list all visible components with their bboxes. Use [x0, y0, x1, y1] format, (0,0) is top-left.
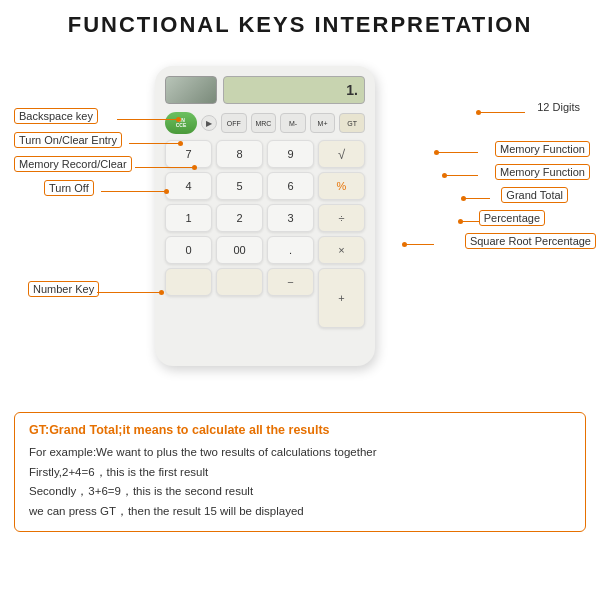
btn-0[interactable]: 0 — [165, 236, 212, 264]
function-button-row: ON CCE ▶ OFF MRC M- M+ GT — [165, 112, 365, 134]
btn-5[interactable]: 5 — [216, 172, 263, 200]
btn-sqrt[interactable]: √ — [318, 140, 365, 168]
annotation-pct: Percentage — [479, 210, 545, 226]
dot-pct — [458, 219, 463, 224]
btn-00[interactable]: 00 — [216, 236, 263, 264]
line-backspace — [117, 119, 179, 120]
btn-9[interactable]: 9 — [267, 140, 314, 168]
line-gt — [465, 198, 490, 199]
line-sqrt — [406, 244, 434, 245]
btn-noop — [165, 268, 212, 296]
btn-minus[interactable]: − — [267, 268, 314, 296]
info-title: GT:Grand Total;it means to calculate all… — [29, 423, 571, 437]
annotation-mrc: Memory Record/Clear — [14, 156, 132, 172]
calculator: 1. ON CCE ▶ OFF MRC M- M+ GT 7 8 9 √ 4 5… — [155, 66, 375, 366]
dot-mem1 — [434, 150, 439, 155]
info-line-4: we can press GT，then the result 15 will … — [29, 502, 571, 522]
line-mem1 — [438, 152, 478, 153]
btn-3[interactable]: 3 — [267, 204, 314, 232]
line-mem2 — [446, 175, 478, 176]
line-turn-off — [101, 191, 167, 192]
annotation-sqrt: Square Root Percentage — [465, 233, 596, 249]
annotation-gt: Grand Total — [501, 187, 568, 203]
top-row: 1. — [165, 76, 365, 104]
btn-1[interactable]: 1 — [165, 204, 212, 232]
line-number-key — [97, 292, 162, 293]
mrc-button[interactable]: MRC — [251, 113, 277, 133]
info-line-1: For example:We want to plus the two resu… — [29, 443, 571, 463]
dot-turn-off — [164, 189, 169, 194]
dot-gt — [461, 196, 466, 201]
display: 1. — [223, 76, 365, 104]
btn-divide[interactable]: ÷ — [318, 204, 365, 232]
btn-8[interactable]: 8 — [216, 140, 263, 168]
line-mrc — [135, 167, 195, 168]
display-value: 1. — [346, 82, 358, 98]
annotation-mem2: Memory Function — [495, 164, 590, 180]
btn-7[interactable]: 7 — [165, 140, 212, 168]
btn-4[interactable]: 4 — [165, 172, 212, 200]
dot-mem2 — [442, 173, 447, 178]
arrow-button[interactable]: ▶ — [201, 115, 217, 131]
btn-2[interactable]: 2 — [216, 204, 263, 232]
info-box: GT:Grand Total;it means to calculate all… — [14, 412, 586, 532]
line-12digits — [480, 112, 525, 113]
dot-backspace — [176, 117, 181, 122]
info-line-3: Secondly，3+6=9，this is the second result — [29, 482, 571, 502]
dot-12digits — [476, 110, 481, 115]
page-header: FUNCTIONAL KEYS INTERPRETATION — [0, 0, 600, 46]
dot-number-key — [159, 290, 164, 295]
btn-noop2 — [216, 268, 263, 296]
btn-dot[interactable]: . — [267, 236, 314, 264]
on-cce-button[interactable]: ON CCE — [165, 112, 197, 134]
btn-multiply[interactable]: × — [318, 236, 365, 264]
line-pct — [462, 221, 480, 222]
diagram-area: 1. ON CCE ▶ OFF MRC M- M+ GT 7 8 9 √ 4 5… — [0, 46, 600, 406]
off-button[interactable]: OFF — [221, 113, 247, 133]
annotation-backspace: Backspace key — [14, 108, 98, 124]
btn-6[interactable]: 6 — [267, 172, 314, 200]
annotation-number-key: Number Key — [28, 281, 99, 297]
annotation-mem1: Memory Function — [495, 141, 590, 157]
info-line-2: Firstly,2+4=6，this is the first result — [29, 463, 571, 483]
m-plus-button[interactable]: M+ — [310, 113, 336, 133]
dot-turn-on — [178, 141, 183, 146]
dot-mrc — [192, 165, 197, 170]
btn-percent[interactable]: % — [318, 172, 365, 200]
annotation-turn-on: Turn On/Clear Entry — [14, 132, 122, 148]
m-minus-button[interactable]: M- — [280, 113, 306, 133]
line-turn-on — [129, 143, 181, 144]
dot-sqrt — [402, 242, 407, 247]
annotation-turn-off: Turn Off — [44, 180, 94, 196]
gt-button[interactable]: GT — [339, 113, 365, 133]
page-title: FUNCTIONAL KEYS INTERPRETATION — [10, 12, 590, 38]
solar-panel — [165, 76, 217, 104]
btn-plus[interactable]: + — [318, 268, 365, 328]
annotation-12digits: 12 Digits — [537, 101, 580, 113]
